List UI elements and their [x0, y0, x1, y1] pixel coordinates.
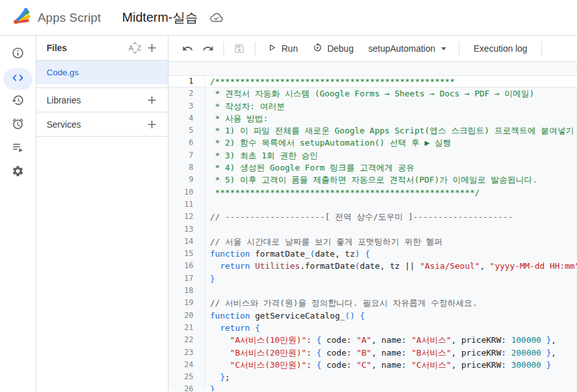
code-line[interactable]: 6 * 2) 함수 목록에서 setupAutomation() 선택 후 ▶ … — [169, 137, 577, 149]
add-library-button[interactable] — [144, 92, 160, 109]
save-button[interactable] — [231, 40, 248, 57]
code-line[interactable]: 22 "A서비스(10만원)": { code: "A", name: "A서비… — [169, 334, 577, 346]
selected-function-name: setupAutomation — [368, 43, 435, 54]
line-number[interactable]: 12 — [169, 211, 205, 223]
code-line[interactable]: 8 * 4) 생성된 Google Form 링크를 고객에게 공유 — [169, 162, 577, 174]
line-number[interactable]: 20 — [169, 310, 205, 322]
line-number[interactable]: 4 — [169, 112, 205, 124]
code-line[interactable]: 9 * 5) 이후 고객이 폼을 제출하면 자동으로 견적서(PDF)가 이메일… — [169, 174, 577, 186]
line-number[interactable]: 19 — [169, 297, 205, 309]
line-number[interactable]: 24 — [169, 359, 205, 371]
line-number[interactable]: 17 — [169, 273, 205, 285]
line-number[interactable]: 14 — [169, 236, 205, 248]
code-line[interactable]: 10 *************************************… — [169, 186, 577, 199]
line-number[interactable]: 21 — [169, 322, 205, 334]
line-number[interactable]: 16 — [169, 260, 205, 272]
rail-item-settings[interactable] — [3, 163, 33, 182]
debug-button[interactable]: Debug — [312, 42, 354, 55]
line-number[interactable]: 9 — [169, 174, 205, 186]
line-number[interactable]: 18 — [169, 285, 205, 297]
code-line[interactable]: 18 — [169, 285, 577, 297]
files-header-label: Files — [47, 43, 127, 53]
line-number[interactable]: 5 — [169, 124, 205, 137]
libraries-label: Libraries — [47, 95, 144, 105]
apps-script-logo-link[interactable]: Apps Script — [11, 6, 101, 29]
function-selector-dropdown[interactable]: setupAutomation — [368, 43, 446, 54]
rail-item-project-history[interactable] — [3, 92, 33, 111]
code-line[interactable]: 2 * 견적서 자동화 시스템 (Google Forms → Sheets →… — [169, 87, 577, 100]
line-number[interactable]: 6 — [169, 137, 205, 149]
code-text: function getServiceCatalog_() { — [205, 310, 365, 322]
project-title[interactable]: Midterm-실습 — [122, 9, 198, 26]
line-number[interactable]: 26 — [169, 383, 205, 391]
code-text: }; — [205, 371, 230, 383]
code-line[interactable]: 1/**************************************… — [169, 75, 577, 87]
line-number[interactable]: 15 — [169, 248, 205, 260]
code-text: * 2) 함수 목록에서 setupAutomation() 선택 후 ▶ 실행 — [205, 137, 451, 149]
file-item-code-gs[interactable]: Code.gs — [36, 61, 168, 84]
apps-script-logo-icon — [11, 6, 31, 29]
line-number[interactable]: 22 — [169, 334, 205, 346]
editor-toolbar: Run Debug setupAutomation Execution log — [169, 36, 577, 62]
code-line[interactable]: 16 return Utilities.formatDate(date, tz … — [169, 260, 577, 272]
code-text: } — [205, 383, 215, 391]
code-text — [205, 199, 210, 211]
code-line[interactable]: 14// 서울 시간대로 날짜를 보기 좋게 포맷팅하기 위한 헬퍼 — [169, 236, 577, 248]
code-line[interactable]: 4 * 사용 방법: — [169, 112, 577, 124]
line-number[interactable]: 25 — [169, 371, 205, 383]
code-text: * 견적서 자동화 시스템 (Google Forms → Sheets → D… — [205, 87, 534, 100]
code-line[interactable]: 17} — [169, 273, 577, 285]
line-number[interactable]: 8 — [169, 162, 205, 174]
code-line[interactable]: 13 — [169, 223, 577, 236]
code-text: * 1) 이 파일 전체를 새로운 Google Apps Script(앱스 … — [205, 124, 574, 137]
sidebar-section-services[interactable]: Services — [36, 112, 168, 137]
sidebar-section-libraries[interactable]: Libraries — [36, 88, 168, 112]
line-number[interactable]: 10 — [169, 186, 205, 199]
left-rail — [0, 36, 36, 391]
code-line[interactable]: 7 * 3) 최초 1회 권한 승인 — [169, 149, 577, 162]
line-number[interactable]: 11 — [169, 199, 205, 211]
code-icon — [11, 72, 24, 87]
rail-item-overview[interactable] — [3, 45, 33, 64]
code-text: return { — [205, 322, 260, 334]
rail-item-editor[interactable] — [3, 68, 33, 90]
code-line[interactable]: 26} — [169, 383, 577, 391]
line-number[interactable]: 3 — [169, 100, 205, 112]
toolbar-divider — [223, 41, 224, 56]
history-icon — [11, 94, 24, 109]
toolbar-divider — [541, 41, 542, 56]
code-text: * 3) 최초 1회 권한 승인 — [205, 149, 318, 162]
run-button[interactable]: Run — [267, 43, 298, 54]
code-line[interactable]: 20function getServiceCatalog_() { — [169, 310, 577, 322]
code-line[interactable]: 25 }; — [169, 371, 577, 383]
line-number[interactable]: 13 — [169, 223, 205, 236]
rail-item-executions[interactable] — [3, 139, 33, 158]
sort-az-icon[interactable]: A Z — [127, 40, 144, 56]
code-text — [205, 223, 210, 236]
line-number[interactable]: 2 — [169, 87, 205, 100]
undo-button[interactable] — [179, 40, 196, 57]
code-text: * 5) 이후 고객이 폼을 제출하면 자동으로 견적서(PDF)가 이메일로 … — [205, 174, 537, 186]
code-line[interactable]: 11 — [169, 199, 577, 211]
code-line[interactable]: 3 * 작성자: 여러분 — [169, 100, 577, 112]
code-line[interactable]: 19// 서비스와 가격(원)을 정의합니다. 필요시 자유롭게 수정하세요. — [169, 297, 577, 309]
code-text — [205, 285, 210, 297]
add-service-button[interactable] — [144, 116, 160, 133]
line-number[interactable]: 1 — [169, 75, 205, 87]
code-line[interactable]: 23 "B서비스(20만원)": { code: "B", name: "B서비… — [169, 347, 577, 359]
add-file-button[interactable] — [144, 40, 160, 56]
line-number[interactable]: 23 — [169, 347, 205, 359]
code-line[interactable]: 12// --------------------[ 전역 상수/도우미 ]--… — [169, 211, 577, 223]
redo-button[interactable] — [200, 40, 216, 57]
line-number[interactable]: 7 — [169, 149, 205, 162]
rail-item-triggers[interactable] — [3, 116, 33, 135]
code-text: ****************************************… — [205, 186, 480, 199]
code-editor[interactable]: 1/**************************************… — [169, 62, 577, 391]
code-line[interactable]: 15function formatDate_(date, tz) { — [169, 248, 577, 260]
code-text: return Utilities.formatDate(date, tz || … — [205, 260, 577, 272]
execution-log-button[interactable]: Execution log — [474, 43, 527, 54]
code-line[interactable]: 24 "C서비스(30만원)": { code: "C", name: "C서비… — [169, 359, 577, 371]
code-line[interactable]: 5 * 1) 이 파일 전체를 새로운 Google Apps Script(앱… — [169, 124, 577, 137]
code-line[interactable]: 21 return { — [169, 322, 577, 334]
editor-column: Run Debug setupAutomation Execution log — [169, 36, 577, 391]
